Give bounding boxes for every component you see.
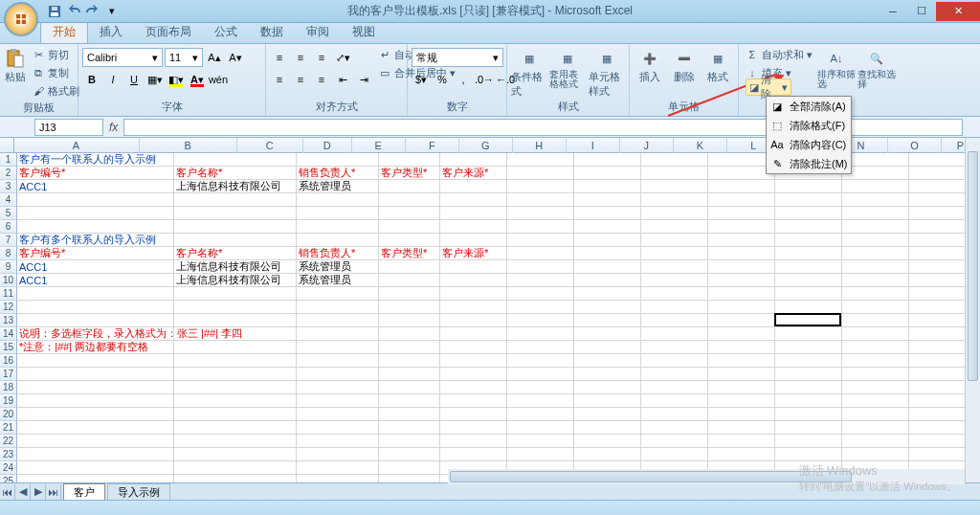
- sheet-tab-0[interactable]: 客户: [63, 483, 105, 501]
- col-header-G[interactable]: G: [459, 138, 513, 153]
- horizontal-scrollbar[interactable]: [448, 469, 965, 484]
- cell-A24[interactable]: [17, 461, 174, 475]
- row-header-23[interactable]: 23: [0, 448, 17, 461]
- cell-A5[interactable]: [17, 207, 174, 220]
- cell-K11[interactable]: [842, 287, 909, 301]
- cell-B1[interactable]: [174, 153, 297, 167]
- copy-button[interactable]: ⧉复制: [29, 64, 82, 81]
- cell-I8[interactable]: [708, 247, 775, 260]
- cell-B10[interactable]: 上海信息科技有限公司: [174, 274, 297, 287]
- cell-H10[interactable]: [641, 274, 708, 287]
- phonetic-button[interactable]: wén: [209, 70, 228, 89]
- cell-A19[interactable]: [17, 394, 174, 408]
- cell-H5[interactable]: [641, 207, 708, 220]
- cell-G5[interactable]: [574, 207, 641, 220]
- cell-C14[interactable]: [297, 327, 379, 341]
- cell-K22[interactable]: [842, 435, 909, 448]
- cell-B22[interactable]: [174, 435, 297, 448]
- row-header-13[interactable]: 13: [0, 314, 17, 327]
- cell-I6[interactable]: [708, 220, 775, 234]
- cell-E11[interactable]: [440, 287, 507, 301]
- ribbon-tab-2[interactable]: 页面布局: [134, 21, 203, 43]
- cell-D14[interactable]: [379, 327, 440, 341]
- cell-B12[interactable]: [174, 301, 297, 314]
- row-headers[interactable]: 1234567891011121314151617181920212223242…: [0, 153, 17, 488]
- cell-J5[interactable]: [775, 207, 842, 220]
- row-header-19[interactable]: 19: [0, 394, 17, 408]
- font-size-combo[interactable]: 11▾: [165, 48, 203, 67]
- cell-E19[interactable]: [440, 394, 507, 408]
- cell-E5[interactable]: [440, 207, 507, 220]
- cell-I23[interactable]: [708, 448, 775, 461]
- vertical-scroll-thumb[interactable]: [968, 151, 978, 381]
- cell-F1[interactable]: [507, 153, 574, 167]
- cell-B20[interactable]: [174, 408, 297, 421]
- cell-G1[interactable]: [574, 153, 641, 167]
- cell-B4[interactable]: [174, 193, 297, 207]
- col-header-E[interactable]: E: [352, 138, 406, 153]
- align-center-button[interactable]: ≡: [291, 70, 310, 89]
- cell-K19[interactable]: [842, 394, 909, 408]
- paste-button[interactable]: 粘贴: [4, 46, 27, 84]
- grow-font-button[interactable]: A▴: [205, 48, 224, 67]
- cell-K2[interactable]: [842, 167, 909, 180]
- cell-I21[interactable]: [708, 421, 775, 435]
- ribbon-tab-3[interactable]: 公式: [203, 21, 249, 43]
- ribbon-tab-0[interactable]: 开始: [40, 20, 88, 43]
- cell-G15[interactable]: [574, 341, 641, 354]
- cell-I18[interactable]: [708, 381, 775, 394]
- align-bottom-button[interactable]: ≡: [312, 48, 331, 67]
- cell-J6[interactable]: [775, 220, 842, 234]
- horizontal-scroll-thumb[interactable]: [450, 471, 852, 482]
- cell-B8[interactable]: 客户名称*: [174, 247, 297, 260]
- sheet-nav-prev[interactable]: ◀: [15, 484, 31, 500]
- cell-B13[interactable]: [174, 314, 297, 327]
- cell-F13[interactable]: [507, 314, 574, 327]
- cell-D23[interactable]: [379, 448, 440, 461]
- cell-F17[interactable]: [507, 368, 574, 381]
- cell-A10[interactable]: ACC1: [17, 274, 174, 287]
- cell-G17[interactable]: [574, 368, 641, 381]
- cell-F21[interactable]: [507, 421, 574, 435]
- cell-A4[interactable]: [17, 193, 174, 207]
- find-select-button[interactable]: 🔍查找和选择: [858, 46, 896, 89]
- cell-K9[interactable]: [842, 260, 909, 274]
- format-painter-button[interactable]: 🖌格式刷: [29, 82, 82, 100]
- format-cells-button[interactable]: ▦格式: [702, 46, 734, 84]
- cell-H7[interactable]: [641, 234, 708, 247]
- cell-F14[interactable]: [507, 327, 574, 341]
- cell-J16[interactable]: [775, 354, 842, 368]
- cell-E4[interactable]: [440, 193, 507, 207]
- cell-C2[interactable]: 销售负责人*: [297, 167, 379, 180]
- cell-A6[interactable]: [17, 220, 174, 234]
- cell-E23[interactable]: [440, 448, 507, 461]
- cell-A9[interactable]: ACC1: [17, 260, 174, 274]
- cell-K18[interactable]: [842, 381, 909, 394]
- cell-H21[interactable]: [641, 421, 708, 435]
- row-header-18[interactable]: 18: [0, 381, 17, 394]
- cell-A23[interactable]: [17, 448, 174, 461]
- cell-H6[interactable]: [641, 220, 708, 234]
- minimize-button[interactable]: ─: [879, 2, 907, 21]
- cell-K23[interactable]: [842, 448, 909, 461]
- cell-D2[interactable]: 客户类型*: [379, 167, 440, 180]
- col-header-O[interactable]: O: [888, 138, 942, 153]
- cell-B6[interactable]: [174, 220, 297, 234]
- cell-A20[interactable]: [17, 408, 174, 421]
- fx-icon[interactable]: fx: [109, 121, 118, 134]
- cell-K14[interactable]: [842, 327, 909, 341]
- cell-G14[interactable]: [574, 327, 641, 341]
- cell-B14[interactable]: [174, 327, 297, 341]
- cell-B5[interactable]: [174, 207, 297, 220]
- cell-J9[interactable]: [775, 260, 842, 274]
- col-header-D[interactable]: D: [303, 138, 352, 153]
- cell-A7[interactable]: 客户有多个联系人的导入示例: [17, 234, 174, 247]
- percent-button[interactable]: %: [433, 70, 452, 89]
- align-right-button[interactable]: ≡: [312, 70, 331, 89]
- cell-F8[interactable]: [507, 247, 574, 260]
- cell-J12[interactable]: [775, 301, 842, 314]
- row-header-2[interactable]: 2: [0, 167, 17, 180]
- cell-K6[interactable]: [842, 220, 909, 234]
- cell-G10[interactable]: [574, 274, 641, 287]
- cell-J14[interactable]: [775, 327, 842, 341]
